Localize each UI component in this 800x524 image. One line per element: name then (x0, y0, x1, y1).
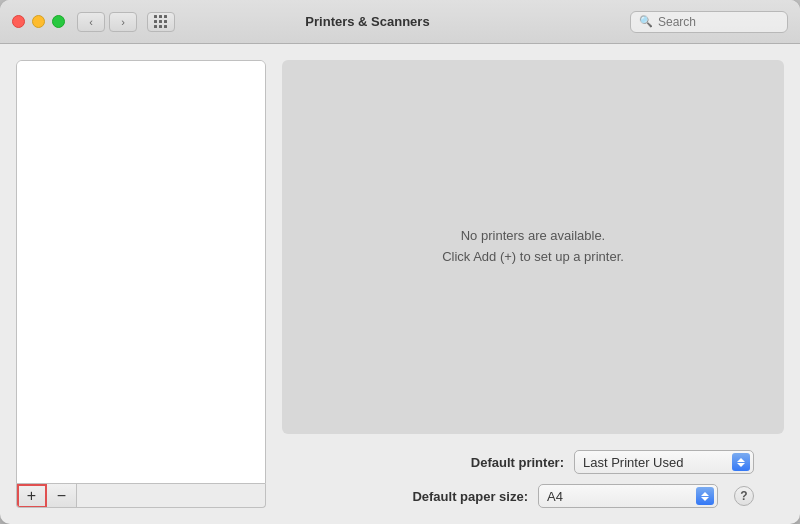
default-paper-row: Default paper size: A4LetterLegal ? (398, 484, 754, 508)
remove-printer-button[interactable]: − (47, 484, 77, 508)
minimize-button[interactable] (32, 15, 45, 28)
default-printer-row: Default printer: Last Printer Used (434, 450, 754, 474)
right-panel: No printers are available. Click Add (+)… (282, 60, 784, 508)
main-window: ‹ › Printers & Scanners 🔍 (0, 0, 800, 524)
left-panel: + − (16, 60, 266, 508)
close-button[interactable] (12, 15, 25, 28)
no-printers-line1: No printers are available. (442, 226, 624, 247)
help-button[interactable]: ? (734, 486, 754, 506)
default-paper-label: Default paper size: (398, 489, 528, 504)
back-button[interactable]: ‹ (77, 12, 105, 32)
back-icon: ‹ (89, 16, 93, 28)
no-printers-line2: Click Add (+) to set up a printer. (442, 247, 624, 268)
settings-area: Default printer: Last Printer Used Defau… (282, 450, 784, 508)
window-title: Printers & Scanners (105, 14, 630, 29)
printer-list-inner (17, 61, 265, 483)
default-paper-select[interactable]: A4LetterLegal (538, 484, 718, 508)
default-printer-select[interactable]: Last Printer Used (574, 450, 754, 474)
maximize-button[interactable] (52, 15, 65, 28)
no-printers-message: No printers are available. Click Add (+)… (442, 226, 624, 268)
default-printer-label: Default printer: (434, 455, 564, 470)
search-input[interactable] (658, 15, 779, 29)
search-icon: 🔍 (639, 15, 653, 28)
content-area: + − No printers are available. Click Add… (0, 44, 800, 524)
default-paper-select-wrap: A4LetterLegal (538, 484, 718, 508)
add-printer-button[interactable]: + (17, 484, 47, 508)
list-toolbar: + − (16, 484, 266, 508)
traffic-lights (12, 15, 65, 28)
default-printer-select-wrap: Last Printer Used (574, 450, 754, 474)
titlebar: ‹ › Printers & Scanners 🔍 (0, 0, 800, 44)
printer-list (16, 60, 266, 484)
printer-area: No printers are available. Click Add (+)… (282, 60, 784, 434)
search-box[interactable]: 🔍 (630, 11, 788, 33)
